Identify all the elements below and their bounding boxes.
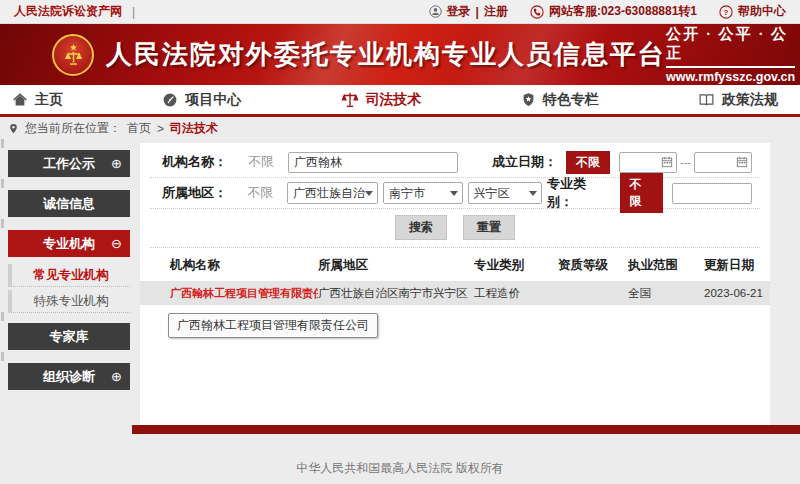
dropdown-arrow-icon (365, 191, 373, 200)
results-table-header: 机构名称 所属地区 专业类别 资质等级 执业范围 更新日期 (140, 248, 770, 281)
sidebar-item-professional-orgs[interactable]: 专业机构 ⊖ (8, 230, 130, 257)
expand-icon[interactable]: ⊕ (111, 370, 122, 383)
category-label: 专业类别： (547, 175, 611, 211)
sidebar-item-expert-pool[interactable]: 专家库 (8, 323, 130, 350)
sidebar-item-label: 组织诊断 (43, 368, 95, 386)
sidebar-subitem-label: 常见专业机构 (34, 267, 109, 284)
sidebar-item-work-publicity[interactable]: 工作公示 ⊕ (8, 150, 130, 177)
help-icon: ? (719, 5, 733, 19)
org-name-input[interactable] (288, 152, 458, 173)
topbar-separator: | (132, 5, 135, 19)
footer-copyright: 中华人民共和国最高人民法院 版权所有 (0, 460, 800, 477)
header-cell-category: 专业类别 (474, 257, 558, 274)
province-select-value: 广西壮族自治 (293, 185, 365, 202)
content-panel: 机构名称： 不限 成立日期： 不限 --- 所属地区： 不限 广西壮族自治 (140, 143, 770, 425)
sidebar-item-label: 专业机构 (43, 235, 95, 253)
org-name-tooltip: 广西翰林工程项目管理有限责任公司 (168, 313, 378, 338)
city-select[interactable]: 南宁市 (383, 182, 462, 204)
province-select[interactable]: 广西壮族自治 (287, 182, 378, 204)
date-start-input[interactable] (619, 152, 677, 173)
scales-icon (341, 91, 359, 109)
project-center-icon (162, 92, 178, 108)
sidebar-item-org-diagnosis[interactable]: 组织诊断 ⊕ (8, 363, 130, 390)
collapse-icon[interactable]: ⊖ (111, 237, 122, 250)
cell-region: 广西壮族自治区南宁市兴宁区 (318, 286, 474, 301)
unlimited-button-date[interactable]: 不限 (566, 151, 610, 174)
nav-label: 司法技术 (366, 91, 422, 109)
banner-slogan: 公开 · 公平 · 公正 (666, 25, 795, 63)
emblem-scales-icon (60, 41, 87, 68)
sidebar-item-integrity-info[interactable]: 诚信信息 (8, 190, 130, 217)
header-cell-region: 所属地区 (318, 257, 474, 274)
category-input[interactable] (672, 183, 752, 204)
banner-url: www.rmfysszc.gov.cn (666, 66, 795, 84)
service-hotline: 网站客服:023-63088881转1 (549, 3, 697, 20)
city-select-value: 南宁市 (389, 185, 425, 202)
login-link[interactable]: 登录 (447, 3, 471, 20)
unlimited-text-org-name[interactable]: 不限 (248, 153, 288, 171)
breadcrumb: 您当前所在位置： 首页 > 司法技术 (0, 117, 800, 140)
date-end-input[interactable] (694, 152, 752, 173)
nav-item-featured-column[interactable]: 特色专栏 (521, 91, 599, 109)
header-cell-updated: 更新日期 (704, 257, 770, 274)
nav-item-home[interactable]: 主页 (12, 91, 63, 109)
org-name-label: 机构名称： (162, 153, 242, 171)
sidebar-item-label: 工作公示 (43, 155, 95, 173)
unlimited-text-region[interactable]: 不限 (247, 184, 287, 202)
header-cell-grade: 资质等级 (558, 257, 628, 274)
nav-label: 特色专栏 (543, 91, 599, 109)
cell-category: 工程造价 (474, 286, 558, 301)
login-register-divider: | (476, 5, 479, 19)
nav-item-judicial-tech[interactable]: 司法技术 (341, 91, 422, 109)
nav-label: 项目中心 (185, 91, 241, 109)
location-pin-icon (8, 122, 19, 135)
cell-updated: 2023-06-21 (704, 287, 770, 299)
calendar-icon (661, 156, 673, 168)
section-divider (132, 425, 800, 434)
expand-icon[interactable]: ⊕ (111, 157, 122, 170)
district-select[interactable]: 兴宁区 (468, 182, 542, 204)
svg-text:?: ? (724, 7, 729, 16)
court-emblem (52, 34, 94, 76)
search-form-row-2: 所属地区： 不限 广西壮族自治 南宁市 兴宁区 专业类别： 不限 (150, 178, 760, 209)
register-link[interactable]: 注册 (484, 3, 508, 20)
region-label: 所属地区： (162, 184, 241, 202)
reset-button[interactable]: 重置 (463, 215, 515, 240)
date-range-separator: --- (680, 156, 691, 168)
breadcrumb-current: 司法技术 (170, 120, 218, 137)
table-row: 广西翰林工程项目管理有限责任... 广西壮族自治区南宁市兴宁区 工程造价 全国 … (140, 281, 770, 305)
nav-label: 主页 (35, 91, 63, 109)
sidebar-item-label: 专家库 (50, 328, 89, 346)
nav-item-policy[interactable]: 政策法规 (698, 91, 778, 109)
sidebar-subitem-special-orgs[interactable]: 特殊专业机构 (8, 290, 130, 313)
form-buttons-row: 搜索 重置 (150, 209, 760, 248)
header-cell-org-name: 机构名称 (170, 257, 318, 274)
sidebar-submenu: 常见专业机构 特殊专业机构 (8, 264, 130, 313)
shield-star-icon (521, 92, 536, 107)
dropdown-arrow-icon (450, 191, 458, 200)
founding-date-label: 成立日期： (492, 153, 557, 171)
calendar-icon (736, 156, 748, 168)
breadcrumb-separator: > (157, 122, 164, 136)
dropdown-arrow-icon (529, 191, 537, 200)
book-icon (698, 91, 715, 108)
site-name-link[interactable]: 人民法院诉讼资产网 (14, 3, 122, 20)
user-icon (429, 5, 442, 18)
unlimited-button-category[interactable]: 不限 (620, 173, 663, 213)
site-banner: 人民法院对外委托专业机构专业人员信息平台 公开 · 公平 · 公正 www.rm… (0, 24, 800, 85)
nav-label: 政策法规 (722, 91, 778, 109)
sidebar-item-label: 诚信信息 (43, 195, 95, 213)
district-select-value: 兴宁区 (474, 185, 510, 202)
site-title: 人民法院对外委托专业机构专业人员信息平台 (106, 37, 666, 72)
header-cell-scope: 执业范围 (628, 257, 704, 274)
main-area: 工作公示 ⊕ 诚信信息 专业机构 ⊖ 常见专业机构 特殊专业机构 专家库 组织诊… (0, 140, 800, 425)
org-name-link[interactable]: 广西翰林工程项目管理有限责任... (170, 286, 318, 301)
sidebar-subitem-label: 特殊专业机构 (34, 293, 109, 310)
search-button[interactable]: 搜索 (395, 215, 447, 240)
breadcrumb-home-link[interactable]: 首页 (127, 120, 151, 137)
help-center-link[interactable]: 帮助中心 (738, 3, 786, 20)
sidebar-subitem-common-orgs[interactable]: 常见专业机构 (8, 264, 130, 287)
main-nav: 主页 项目中心 司法技术 特色专栏 政策法规 (0, 85, 800, 117)
nav-item-project-center[interactable]: 项目中心 (162, 91, 241, 109)
cell-scope: 全国 (628, 286, 704, 301)
